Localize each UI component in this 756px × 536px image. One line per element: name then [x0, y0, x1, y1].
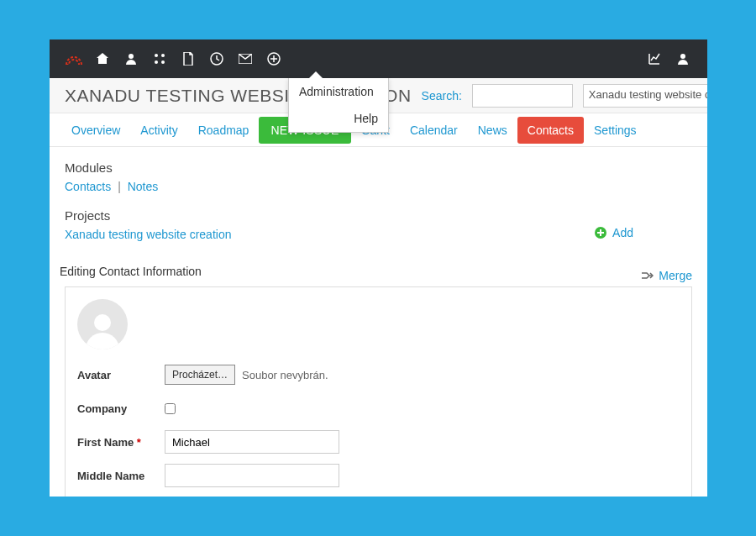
- editing-title: Editing Contact Information: [60, 265, 692, 278]
- svg-point-1: [161, 54, 165, 57]
- svg-point-0: [155, 54, 158, 57]
- company-row: Company: [77, 397, 680, 420]
- module-contacts-link[interactable]: Contacts: [65, 180, 111, 193]
- logo-gauge-icon[interactable]: [60, 39, 88, 78]
- clock-icon[interactable]: [202, 39, 231, 78]
- add-button[interactable]: Add: [594, 226, 633, 239]
- home-icon[interactable]: [88, 39, 117, 78]
- company-checkbox[interactable]: [165, 403, 176, 414]
- file-status: Soubor nevybrán.: [242, 369, 328, 381]
- content: Modules Contacts | Notes Projects Xanadu…: [50, 147, 707, 497]
- search-label: Search:: [422, 89, 462, 102]
- tab-overview[interactable]: Overview: [61, 117, 130, 144]
- avatar-silhouette-icon: [84, 309, 121, 349]
- avatar-row: Avatar Procházet… Soubor nevybrán.: [77, 363, 680, 386]
- tab-news[interactable]: News: [468, 117, 517, 144]
- svg-point-2: [155, 60, 158, 64]
- module-separator: |: [118, 180, 121, 193]
- company-label: Company: [77, 402, 165, 415]
- add-label: Add: [612, 226, 633, 239]
- svg-point-3: [161, 60, 165, 64]
- user-icon[interactable]: [669, 39, 697, 78]
- merge-icon: [640, 270, 654, 281]
- middle-name-row: Middle Name: [77, 464, 680, 487]
- avatar-placeholder: [77, 299, 128, 349]
- tab-calendar[interactable]: Calendar: [400, 117, 468, 144]
- chart-icon[interactable]: [640, 39, 669, 78]
- module-notes-link[interactable]: Notes: [128, 180, 159, 193]
- menu-help[interactable]: Help: [289, 105, 388, 132]
- contact-form: Avatar Procházet… Soubor nevybrán. Compa…: [65, 286, 692, 497]
- first-name-label: First Name *: [77, 436, 165, 449]
- search-input[interactable]: [472, 84, 573, 108]
- document-icon[interactable]: [174, 39, 202, 78]
- first-name-input[interactable]: [165, 430, 339, 454]
- browse-button[interactable]: Procházet…: [165, 365, 235, 385]
- avatar-label: Avatar: [77, 369, 165, 381]
- grid-icon[interactable]: [145, 39, 174, 78]
- modules-section: Modules Contacts | Notes: [65, 160, 692, 193]
- first-name-row: First Name *: [77, 430, 680, 454]
- project-select[interactable]: Xanadu testing website creation: [583, 84, 707, 108]
- plus-icon[interactable]: [260, 39, 288, 78]
- project-link[interactable]: Xanadu testing website creation: [65, 228, 231, 241]
- app-window: Administration Help XANADU TESTING WEBSI…: [50, 39, 707, 497]
- mail-icon[interactable]: [231, 39, 260, 78]
- middle-name-input[interactable]: [165, 464, 339, 487]
- modules-title: Modules: [65, 160, 692, 175]
- merge-button[interactable]: Merge: [640, 269, 692, 282]
- plus-dropdown: Administration Help: [288, 78, 389, 133]
- tab-settings[interactable]: Settings: [584, 117, 647, 144]
- person-icon[interactable]: [117, 39, 145, 78]
- middle-name-label: Middle Name: [77, 470, 165, 482]
- menu-administration[interactable]: Administration: [289, 78, 388, 105]
- svg-point-8: [94, 314, 111, 331]
- tab-contacts[interactable]: Contacts: [517, 117, 584, 144]
- projects-title: Projects: [65, 208, 692, 223]
- tab-activity[interactable]: Activity: [130, 117, 187, 144]
- tab-roadmap[interactable]: Roadmap: [188, 117, 260, 144]
- file-input[interactable]: Procházet… Soubor nevybrán.: [165, 365, 328, 385]
- merge-label: Merge: [659, 269, 692, 282]
- add-plus-icon: [594, 226, 607, 239]
- top-navbar: [50, 39, 707, 78]
